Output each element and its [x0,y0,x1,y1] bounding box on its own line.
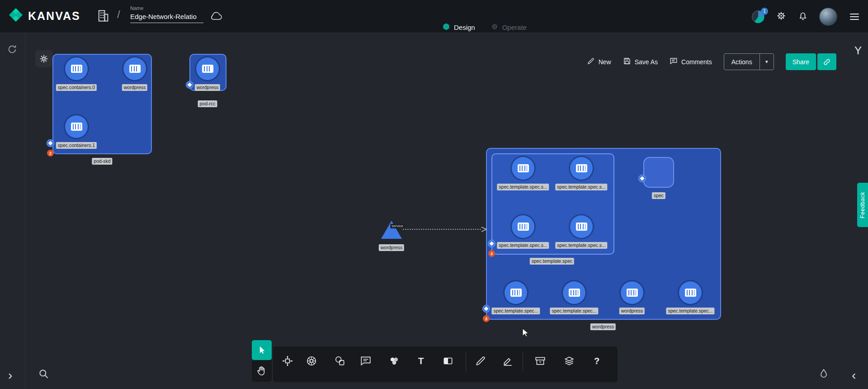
design-tab-icon [442,23,450,32]
components-tool-icon[interactable] [281,354,294,368]
comment-tool-icon[interactable] [359,354,373,368]
node-spec-template-4[interactable] [570,215,593,238]
zoom-search-icon[interactable] [38,368,50,380]
issue-count-badge[interactable]: 3 [488,250,495,257]
copy-link-button[interactable] [817,53,836,70]
container-icon [518,164,529,172]
container-icon [202,65,213,73]
mode-tabs: Design Operate [442,23,527,32]
design-name-input[interactable]: Edge-Network-Relatio [130,13,203,23]
feedback-tab[interactable]: Feedback [857,183,868,227]
new-design-button[interactable]: New [587,57,611,66]
pan-hand-tool-button[interactable] [252,360,272,382]
node-label: spec.template.spec.s... [497,184,549,190]
node-spec-template-1[interactable] [512,157,534,180]
header-actions: 1 [751,0,861,33]
design-name-block: Name Edge-Network-Relatio [130,5,203,23]
tab-operate[interactable]: Operate [491,23,527,32]
container-icon [71,65,82,73]
kanvas-app: KANVAS / Name Edge-Network-Relatio [0,0,868,389]
new-label: New [599,58,611,66]
node-spec-template-6[interactable] [563,281,585,304]
node-spec[interactable] [643,157,674,188]
edge-service-to-wordpress [402,226,491,232]
group-spec-template-spec[interactable] [491,153,614,255]
node-wordpress-skd[interactable] [123,57,146,80]
mouse-cursor [520,327,531,340]
node-spec-containers-0[interactable] [65,57,88,80]
edge-label: service [390,224,404,228]
group-label: pod-skd [92,158,112,165]
issue-count-badge[interactable]: 3 [483,315,490,322]
node-label: wordpress [379,244,404,251]
node-wordpress-bottom[interactable] [621,281,643,304]
kubernetes-badge[interactable] [638,175,646,182]
shapes-tool-icon[interactable] [333,354,347,368]
container-icon [129,65,141,73]
select-tool-button[interactable] [252,340,272,360]
user-avatar[interactable] [819,8,837,26]
actions-split-button[interactable]: Actions ▾ [724,53,774,70]
node-label: wordpress [195,84,220,91]
actions-dropdown-caret[interactable]: ▾ [760,54,774,70]
kubernetes-badge[interactable] [482,305,490,313]
operate-tab-icon [491,23,499,32]
drawer-tool-icon[interactable] [533,354,547,368]
actions-label[interactable]: Actions [724,54,760,70]
left-rail [0,33,25,389]
kubernetes-badge[interactable] [47,139,54,147]
container-icon [569,289,580,297]
design-name-label: Name [130,5,203,11]
share-button[interactable]: Share [786,53,816,70]
cloud-save-icon[interactable] [209,11,223,24]
ink-drop-icon[interactable] [818,368,829,379]
node-service-triangle[interactable] [381,221,402,239]
node-spec-containers-1[interactable] [65,115,88,138]
container-icon [518,223,529,231]
group-label: spec.template.spec [530,258,574,265]
provider-icon[interactable]: 1 [751,10,765,24]
node-label: spec.template.spec... [491,308,540,314]
node-label: spec.template.spec.s... [555,184,607,190]
save-as-button[interactable]: Save As [623,57,658,66]
node-spec-template-5[interactable] [505,281,527,304]
layers-tool-icon[interactable] [562,354,576,368]
text-tool-icon[interactable]: T [414,354,428,368]
operate-tab-label: Operate [502,24,527,31]
container-icon [576,164,587,172]
save-as-label: Save As [635,58,658,66]
comments-label: Comments [681,58,712,66]
node-wordpress-rcc[interactable] [196,57,219,80]
node-spec-template-3[interactable] [512,215,534,238]
kubernetes-badge[interactable] [488,240,495,247]
node-spec-template-7[interactable] [679,281,702,304]
frame-tool-icon[interactable] [441,354,455,368]
kubernetes-tool-icon[interactable] [305,354,318,368]
tab-design[interactable]: Design [442,23,475,32]
bell-icon[interactable] [797,10,808,23]
organization-icon[interactable] [97,9,109,24]
feedback-label: Feedback [859,192,866,218]
collapse-right-panel-chevron[interactable]: ‹ [852,371,856,380]
node-label: spec [652,192,665,199]
pen-tool-icon[interactable] [501,354,514,368]
pencil-tool-icon[interactable] [474,354,487,368]
settings-gear-icon[interactable] [776,10,787,23]
app-header: KANVAS / Name Edge-Network-Relatio [0,0,868,33]
menu-hamburger-icon[interactable] [848,12,861,22]
help-tool-icon[interactable]: ? [590,354,604,368]
media-tool-icon[interactable] [387,354,401,368]
yaml-panel-icon[interactable]: Y [854,44,862,57]
widgets-dock-button[interactable] [35,50,52,67]
issue-count-badge[interactable]: 2 [47,150,54,157]
comments-button[interactable]: Comments [670,57,712,66]
dock-divider [466,351,466,371]
node-label: spec.containers.0 [56,84,97,91]
node-label: spec.template.spec... [666,308,714,314]
node-spec-template-2[interactable] [570,157,593,180]
kubernetes-badge[interactable] [186,81,193,89]
kanvas-logo[interactable]: KANVAS [8,7,80,24]
comment-icon [670,57,678,66]
container-icon [576,223,587,231]
app-title: KANVAS [28,9,80,23]
